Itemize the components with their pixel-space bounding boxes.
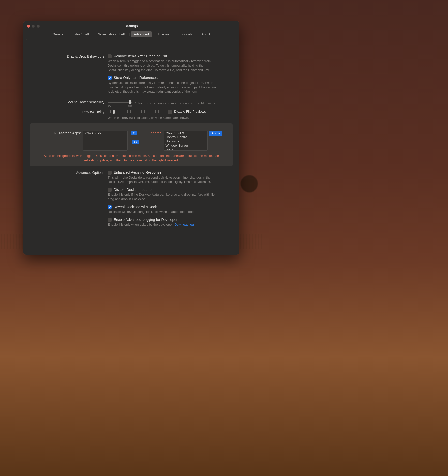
fullscreen-apps-label: Full-screen Apps: [32, 131, 83, 135]
disable-desktop-label: Disable Desktop features [114, 188, 153, 192]
tab-shortcuts[interactable]: Shortcuts [175, 31, 196, 37]
refresh-icon: ⟳ [133, 131, 135, 135]
tab-license[interactable]: License [154, 31, 173, 37]
advanced-options-label: Advanced Options: [26, 170, 108, 230]
transfer-button[interactable]: >> [132, 140, 139, 144]
list-item[interactable]: Control Centre [165, 135, 206, 139]
reveal-dockside-desc: Dockside will reveal alongside Dock when… [108, 210, 218, 214]
reveal-dockside-label: Reveal Dockside with Dock [114, 205, 157, 209]
list-item[interactable]: Dock [165, 148, 206, 151]
preview-hint: When the preview is disabled, only file … [108, 116, 218, 120]
advanced-logging-checkbox[interactable] [108, 218, 112, 222]
tab-screenshots-shelf[interactable]: Screenshots Shelf [94, 31, 128, 37]
content-frame: Drag & Drop Behaviours: Remove Items Aft… [26, 39, 237, 255]
list-item[interactable]: <No Apps> [85, 131, 126, 135]
advanced-logging-desc: Enable this only when asked by the devel… [108, 223, 218, 227]
preview-delay-slider[interactable] [108, 110, 164, 114]
fullscreen-desc: Apps on the ignore list won't trigger Do… [32, 154, 230, 163]
remove-items-label: Remove Items After Dragging Out [114, 54, 167, 58]
list-item[interactable]: CleanShot X [165, 131, 206, 135]
titlebar: Settings [23, 21, 239, 31]
hover-low-label: low [108, 105, 111, 107]
preview-delay-label: Preview Delay: [26, 110, 108, 121]
tab-files-shelf[interactable]: Files Shelf [70, 31, 92, 37]
fullscreen-apps-list[interactable]: <No Apps> [83, 131, 128, 151]
ignored-label: Ingored: [150, 131, 164, 135]
tab-bar: General Files Shelf Screenshots Shelf Ad… [23, 31, 239, 37]
store-references-desc: By default, Dockside stores only item re… [108, 81, 218, 94]
settings-window: Settings General Files Shelf Screenshots… [23, 21, 239, 255]
tab-general[interactable]: General [49, 31, 68, 37]
enhanced-resizing-label: Enhanced Resizing Response [114, 170, 161, 174]
disable-previews-checkbox[interactable] [168, 110, 172, 114]
download-log-link[interactable]: Download log… [174, 223, 197, 226]
list-item[interactable]: Window Server [165, 144, 206, 148]
background-tree [239, 175, 259, 204]
tab-about[interactable]: About [198, 31, 213, 37]
hover-hint: Adjust responsiveness to mouse hover in … [135, 102, 217, 105]
disable-previews-label: Disable File Previews [174, 110, 206, 113]
hover-sensitivity-slider[interactable] [108, 100, 132, 104]
reveal-dockside-checkbox[interactable] [108, 205, 112, 209]
remove-items-checkbox[interactable] [108, 54, 112, 58]
advanced-logging-label: Enable Advanced Logging for Developer [114, 218, 178, 222]
window-title: Settings [23, 24, 239, 28]
list-item[interactable]: Dockside [165, 139, 206, 144]
tab-advanced[interactable]: Advanced [131, 31, 152, 37]
hover-high-label: high [128, 105, 132, 107]
dragdrop-label: Drag & Drop Behaviours: [26, 54, 108, 97]
remove-items-desc: When a item is dragged to a destination,… [108, 59, 218, 72]
refresh-button[interactable]: ⟳ [131, 131, 137, 135]
hover-label: Mouse Hover Sensitivity: [26, 100, 108, 107]
ignored-apps-list[interactable]: CleanShot X Control Centre Dockside Wind… [164, 131, 208, 151]
enhanced-resizing-desc: This will make Dockside to respond quick… [108, 175, 218, 184]
store-references-label: Store Only Item References [114, 76, 158, 80]
fullscreen-panel: Full-screen Apps: <No Apps> ⟳ >> Ingored… [30, 123, 233, 166]
disable-desktop-checkbox[interactable] [108, 188, 112, 192]
disable-desktop-desc: Enable this only if the Desktop features… [108, 193, 218, 201]
store-references-checkbox[interactable] [108, 76, 112, 80]
apply-button[interactable]: Apply [209, 131, 222, 136]
enhanced-resizing-checkbox[interactable] [108, 171, 112, 175]
